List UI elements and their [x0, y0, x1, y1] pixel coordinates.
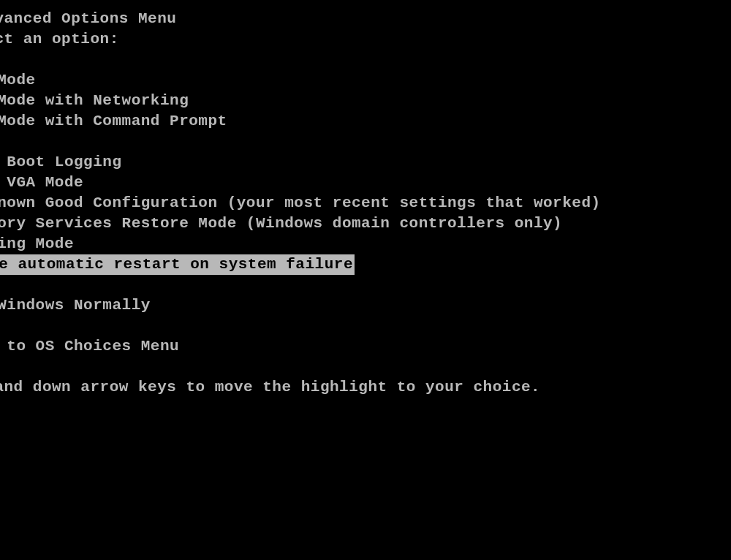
- menu-option-reboot[interactable]: ot: [0, 316, 731, 336]
- menu-option-boot-logging[interactable]: le Boot Logging: [0, 152, 731, 173]
- spacer: [0, 50, 731, 70]
- menu-title: s Advanced Options Menu: [0, 9, 731, 29]
- menu-option-vga-mode[interactable]: le VGA Mode: [0, 173, 731, 193]
- menu-option-debugging-mode[interactable]: gging Mode: [0, 234, 731, 254]
- navigation-hint: up and down arrow keys to move the highl…: [0, 377, 731, 398]
- menu-option-start-normally[interactable]: t Windows Normally: [0, 295, 731, 316]
- menu-instruction: select an option:: [0, 29, 731, 50]
- highlighted-selection: ble automatic restart on system failure: [0, 254, 355, 275]
- menu-option-return-os-choices[interactable]: rn to OS Choices Menu: [0, 336, 731, 357]
- menu-option-safe-mode-networking[interactable]: e Mode with Networking: [0, 91, 731, 111]
- menu-option-disable-auto-restart[interactable]: ble automatic restart on system failure: [0, 254, 731, 275]
- menu-option-safe-mode-command[interactable]: e Mode with Command Prompt: [0, 111, 731, 132]
- menu-option-safe-mode[interactable]: e Mode: [0, 70, 731, 91]
- spacer: [0, 275, 731, 295]
- menu-option-last-known-good[interactable]: Known Good Configuration (your most rece…: [0, 193, 731, 213]
- menu-option-directory-services[interactable]: ctory Services Restore Mode (Windows dom…: [0, 213, 731, 234]
- spacer: [0, 132, 731, 152]
- spacer: [0, 357, 731, 377]
